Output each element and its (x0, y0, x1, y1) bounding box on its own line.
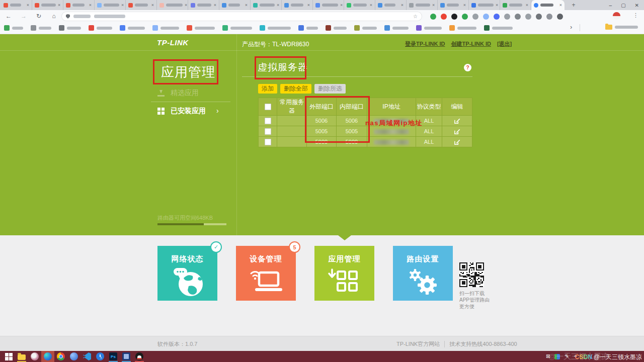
login-tplink-id-link[interactable]: 登录TP-LINK ID (405, 40, 445, 48)
bookmark-item[interactable] (260, 25, 291, 31)
create-tplink-id-link[interactable]: 创建TP-LINK ID (451, 40, 491, 48)
taskbar-icon-vscode[interactable] (80, 351, 94, 362)
taskbar-icon-paint[interactable] (28, 351, 41, 362)
browser-tab[interactable]: × (438, 0, 469, 10)
browser-tab[interactable]: × (469, 0, 500, 10)
bookmark-item[interactable] (484, 25, 513, 31)
taskbar-icon-globe-app[interactable] (67, 351, 80, 362)
bookmark-item[interactable] (449, 25, 476, 31)
tab-close-icon[interactable]: × (185, 3, 187, 8)
profile-avatar[interactable] (613, 12, 620, 20)
taskbar-icon-chrome[interactable] (54, 351, 67, 362)
edit-icon[interactable] (454, 118, 460, 124)
tab-close-icon[interactable]: × (432, 3, 435, 8)
new-tab-button[interactable]: + (570, 1, 578, 9)
browser-tab[interactable]: × (63, 0, 95, 10)
extension-icon[interactable] (504, 14, 510, 20)
row-checkbox[interactable] (265, 128, 271, 135)
nav-card-device-management[interactable]: 5 设备管理 (236, 246, 296, 301)
bookmark-item[interactable] (326, 25, 347, 31)
tab-close-icon[interactable]: × (401, 3, 404, 8)
bookmark-item[interactable] (354, 25, 377, 31)
extension-icon[interactable] (494, 14, 500, 20)
bookmark-item[interactable] (120, 25, 145, 31)
delete-all-button[interactable]: 删除全部 (280, 84, 311, 94)
browser-tab[interactable]: × (251, 0, 282, 10)
reload-icon[interactable]: ↻ (34, 12, 43, 21)
bookmark-star-icon[interactable]: ☆ (413, 14, 418, 19)
browser-tab[interactable]: × (375, 0, 407, 10)
browser-tab[interactable]: × (157, 0, 188, 10)
tab-close-icon[interactable]: × (27, 3, 29, 8)
bookmark-item[interactable] (416, 25, 442, 31)
extension-icon[interactable] (525, 14, 531, 20)
bookmarks-overflow-icon[interactable]: › (570, 23, 572, 31)
browser-menu-icon[interactable]: ⋮ (633, 12, 638, 19)
edit-icon[interactable] (454, 139, 460, 145)
extension-icon[interactable] (441, 14, 447, 20)
browser-tab[interactable]: × (313, 0, 344, 10)
taskbar-icon-edge[interactable] (41, 351, 54, 362)
bookmark-item[interactable] (384, 25, 409, 31)
address-bar[interactable]: ☆ (62, 12, 422, 21)
browser-tab-active[interactable]: × (531, 0, 565, 10)
row-checkbox[interactable] (265, 139, 271, 145)
select-all-checkbox[interactable] (265, 104, 271, 110)
official-site-link[interactable]: TP-LINK官方网站 (396, 340, 440, 348)
extension-icon[interactable] (557, 14, 563, 20)
taskbar-icon-qq[interactable] (133, 351, 146, 362)
tab-close-icon[interactable]: × (245, 3, 248, 8)
logout-link[interactable]: [退出] (497, 40, 512, 48)
back-icon[interactable]: ← (4, 12, 13, 21)
tab-close-icon[interactable]: × (526, 3, 528, 8)
help-icon[interactable]: ? (464, 64, 471, 71)
window-minimize-button[interactable]: – (609, 3, 612, 8)
browser-tab[interactable]: × (500, 0, 531, 10)
bookmark-item[interactable] (187, 25, 215, 31)
tab-close-icon[interactable]: × (277, 3, 279, 8)
taskbar-icon-file-explorer[interactable] (15, 351, 28, 362)
browser-tab[interactable]: × (95, 0, 126, 10)
extension-icon[interactable] (515, 14, 521, 20)
nav-card-router-settings[interactable]: 路由设置 (393, 246, 453, 301)
taskbar-icon-clock-app[interactable] (94, 351, 107, 362)
extension-icon[interactable] (462, 14, 468, 20)
taskbar-icon-word-like[interactable] (120, 351, 133, 362)
browser-tab[interactable]: × (32, 0, 63, 10)
browser-tab[interactable]: × (219, 0, 251, 10)
row-checkbox[interactable] (265, 118, 271, 124)
tab-close-icon[interactable]: × (370, 3, 372, 8)
window-maximize-button[interactable]: ▢ (621, 3, 625, 8)
bookmark-item[interactable] (59, 25, 81, 31)
tab-close-icon[interactable]: × (121, 3, 124, 8)
bookmark-item[interactable] (4, 25, 23, 31)
extension-icon[interactable] (483, 14, 489, 20)
extension-icon[interactable] (536, 14, 542, 20)
tab-close-icon[interactable]: × (463, 3, 466, 8)
tab-close-icon[interactable]: × (307, 3, 310, 8)
home-icon[interactable]: ⌂ (49, 12, 58, 21)
tab-close-icon[interactable]: × (214, 3, 216, 8)
extension-icon[interactable] (546, 14, 552, 20)
sidebar-item-featured-apps[interactable]: 精选应用 (157, 88, 199, 98)
edit-icon[interactable] (454, 128, 460, 135)
window-close-button[interactable]: ✕ (635, 3, 639, 8)
browser-tab[interactable]: × (344, 0, 375, 10)
browser-tab[interactable]: × (1, 0, 32, 10)
tab-close-icon[interactable]: × (89, 3, 92, 8)
bookmark-item[interactable] (31, 25, 51, 31)
taskbar-icon-windows-start[interactable] (2, 351, 15, 362)
forward-icon[interactable]: → (19, 12, 28, 21)
tab-close-icon[interactable]: × (559, 3, 562, 8)
browser-tab[interactable]: × (126, 0, 157, 10)
bookmark-item[interactable] (298, 25, 318, 31)
delete-selected-button[interactable]: 删除所选 (314, 84, 346, 94)
extension-icon[interactable] (472, 14, 478, 20)
extension-icon[interactable] (430, 14, 436, 20)
browser-tab[interactable]: × (407, 0, 438, 10)
nav-card-app-management[interactable]: 应用管理 (314, 246, 374, 301)
sidebar-item-installed-apps[interactable]: 已安装应用 (157, 107, 206, 116)
tab-close-icon[interactable]: × (58, 3, 60, 8)
nav-card-network-status[interactable]: ✓ 网络状态 (157, 246, 217, 301)
bookmark-item[interactable] (89, 25, 112, 31)
